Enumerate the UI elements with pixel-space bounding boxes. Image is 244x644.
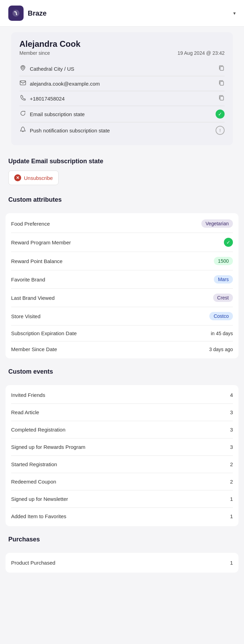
email-icon <box>19 80 26 87</box>
custom-events-header: Custom events <box>0 361 244 385</box>
email-sub-row: Email subscription state ✓ <box>19 106 225 122</box>
event-label-invited-friends: Invited Friends <box>11 392 45 398</box>
attr-value-food-preference: Vegetarian <box>201 219 233 228</box>
attr-value-reward-balance: 1500 <box>214 257 233 265</box>
svg-rect-5 <box>220 81 224 85</box>
email-sub-status-icon: ✓ <box>216 110 225 119</box>
phone-icon <box>19 95 26 102</box>
event-row-signed-up-rewards: Signed up for Rewards Program 3 <box>11 438 233 456</box>
push-sub-row: Push notification subscription state ! <box>19 122 225 138</box>
attr-label-member-since-date: Member Since Date <box>11 346 57 352</box>
event-count-started-registration: 2 <box>230 461 233 467</box>
event-label-product-purchased: Product Purchased <box>11 560 55 566</box>
attr-value-favorite-brand: Mars <box>214 275 233 284</box>
location-icon <box>19 65 26 72</box>
attr-row-reward-member: Reward Program Member ✓ <box>11 233 233 252</box>
svg-point-2 <box>22 66 24 68</box>
event-row-started-registration: Started Registration 2 <box>11 456 233 473</box>
attr-row-reward-balance: Reward Point Balance 1500 <box>11 252 233 270</box>
event-label-started-registration: Started Registration <box>11 461 57 467</box>
event-row-product-purchased: Product Purchased 1 <box>11 554 233 571</box>
attr-row-store-visited: Store Visited Costco <box>11 307 233 325</box>
event-count-completed-registration: 3 <box>230 427 233 433</box>
braze-logo-icon <box>8 6 24 21</box>
email-sub-info: Email subscription state <box>19 110 85 118</box>
unsubscribe-button[interactable]: ✕ Unsubscribe <box>8 171 59 185</box>
event-label-added-item-favorites: Added Item to Favorites <box>11 513 66 519</box>
event-row-added-item-favorites: Added Item to Favorites 1 <box>11 508 233 525</box>
event-label-signed-up-rewards: Signed up for Rewards Program <box>11 444 85 450</box>
attr-row-last-brand: Last Brand Viewed Crest <box>11 289 233 307</box>
attr-row-sub-expiration: Subscription Expiration Date in 45 days <box>11 325 233 341</box>
email-sub-icon <box>19 110 26 118</box>
custom-attributes-title: Custom attributes <box>8 196 236 203</box>
event-row-completed-registration: Completed Registration 3 <box>11 421 233 438</box>
phone-row: +18017458024 <box>19 91 225 106</box>
phone-text: +18017458024 <box>30 96 65 102</box>
attr-value-last-brand: Crest <box>213 294 233 302</box>
attr-value-member-since-date: 3 days ago <box>209 347 233 352</box>
attr-label-reward-member: Reward Program Member <box>11 240 71 245</box>
event-row-redeemed-coupon: Redeemed Coupon 2 <box>11 473 233 490</box>
attr-label-favorite-brand: Favorite Brand <box>11 277 45 282</box>
email-sub-label: Email subscription state <box>30 111 85 117</box>
profile-card: Alejandra Cook Member since 19 Aug 2024 … <box>11 32 233 145</box>
bell-icon <box>19 127 26 134</box>
event-row-signed-up-newsletter: Signed up for Newsletter 1 <box>11 490 233 508</box>
email-info: alejandra.cook@example.com <box>19 80 100 87</box>
attr-row-favorite-brand: Favorite Brand Mars <box>11 270 233 289</box>
custom-events-title: Custom events <box>8 368 236 375</box>
app-header: Braze ▾ <box>0 0 244 27</box>
email-update-section: Update Email subscription state ✕ Unsubs… <box>0 151 244 189</box>
attr-value-store-visited: Costco <box>209 312 233 320</box>
location-info: Cathedral City / US <box>19 65 74 72</box>
attr-row-member-since-date: Member Since Date 3 days ago <box>11 341 233 357</box>
custom-attributes-header: Custom attributes <box>0 189 244 213</box>
event-count-invited-friends: 4 <box>230 392 233 398</box>
attr-row-food-preference: Food Preference Vegetarian <box>11 215 233 233</box>
location-text: Cathedral City / US <box>30 66 74 72</box>
svg-rect-6 <box>220 96 224 100</box>
custom-events-table: Invited Friends 4 Read Article 3 Complet… <box>6 385 238 526</box>
location-row: Cathedral City / US <box>19 61 225 76</box>
copy-location-icon[interactable] <box>218 65 225 72</box>
event-count-added-item-favorites: 1 <box>230 513 233 519</box>
phone-info: +18017458024 <box>19 95 65 102</box>
attr-value-reward-member-icon: ✓ <box>224 238 233 247</box>
event-label-redeemed-coupon: Redeemed Coupon <box>11 479 56 485</box>
email-update-title: Update Email subscription state <box>8 158 236 165</box>
push-sub-status-icon: ! <box>216 126 225 135</box>
copy-email-icon[interactable] <box>218 80 225 87</box>
event-label-completed-registration: Completed Registration <box>11 427 66 433</box>
unsubscribe-label: Unsubscribe <box>24 175 53 181</box>
profile-name: Alejandra Cook <box>19 39 225 49</box>
svg-point-1 <box>16 14 17 15</box>
event-row-invited-friends: Invited Friends 4 <box>11 386 233 404</box>
custom-attributes-table: Food Preference Vegetarian Reward Progra… <box>6 213 238 358</box>
member-since-label: Member since <box>19 50 50 56</box>
push-sub-info: Push notification subscription state <box>19 127 110 134</box>
app-title: Braze <box>28 9 46 17</box>
attr-label-food-preference: Food Preference <box>11 221 50 227</box>
attr-value-sub-expiration: in 45 days <box>211 331 233 336</box>
purchases-header: Purchases <box>0 529 244 553</box>
event-row-read-article: Read Article 3 <box>11 404 233 421</box>
chevron-down-icon[interactable]: ▾ <box>233 10 236 16</box>
event-count-product-purchased: 1 <box>230 560 233 566</box>
email-text: alejandra.cook@example.com <box>30 81 100 87</box>
profile-card-container: Alejandra Cook Member since 19 Aug 2024 … <box>6 32 238 145</box>
header-left: Braze <box>8 6 46 21</box>
copy-phone-icon[interactable] <box>218 95 225 102</box>
x-icon: ✕ <box>14 174 21 181</box>
event-count-redeemed-coupon: 2 <box>230 479 233 485</box>
attr-label-last-brand: Last Brand Viewed <box>11 295 55 301</box>
email-row: alejandra.cook@example.com <box>19 76 225 91</box>
purchases-table: Product Purchased 1 <box>6 553 238 573</box>
event-count-signed-up-rewards: 3 <box>230 444 233 450</box>
event-count-read-article: 3 <box>230 409 233 415</box>
event-label-signed-up-newsletter: Signed up for Newsletter <box>11 496 68 502</box>
svg-rect-3 <box>220 67 224 70</box>
svg-rect-4 <box>20 81 26 85</box>
member-since-row: Member since 19 Aug 2024 @ 23:42 <box>19 50 225 56</box>
purchases-title: Purchases <box>8 536 236 543</box>
